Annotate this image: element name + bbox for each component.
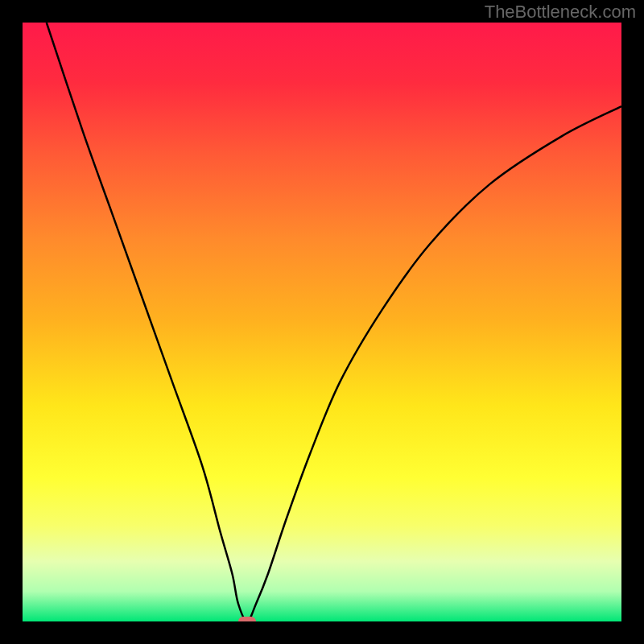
chart-svg (23, 23, 621, 621)
plot-container (23, 23, 621, 621)
watermark-text: TheBottleneck.com (485, 2, 636, 23)
plot-area (23, 23, 621, 621)
optimal-point-marker (238, 617, 256, 621)
plot-background (23, 23, 621, 621)
